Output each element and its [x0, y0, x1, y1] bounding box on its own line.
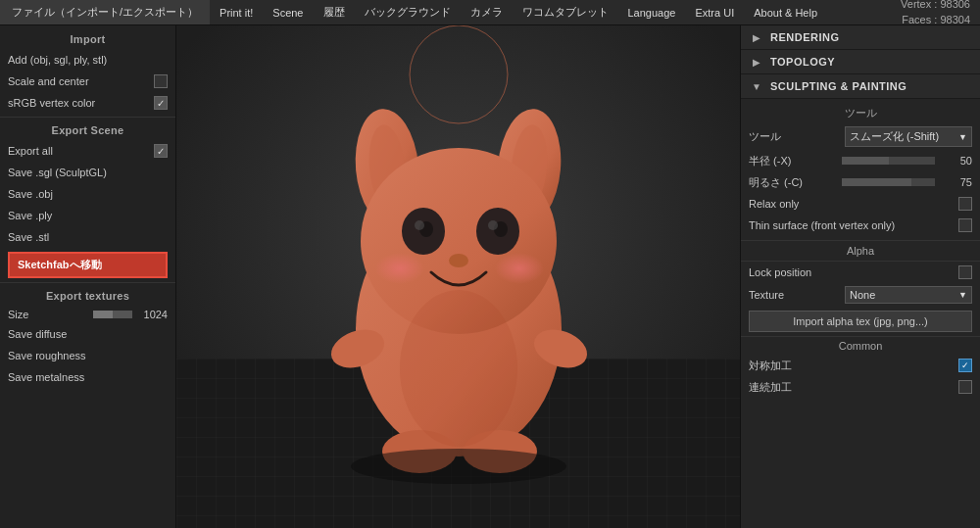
svg-point-24	[351, 449, 566, 484]
topology-arrow: ▶	[751, 56, 762, 68]
menu-language[interactable]: Language	[618, 0, 686, 24]
rendering-header[interactable]: ▶ RENDERING	[741, 25, 980, 50]
menu-printit[interactable]: Print it!	[210, 0, 263, 24]
import-title: Import	[0, 29, 175, 49]
size-slider[interactable]	[93, 311, 132, 318]
left-sidebar: Import Add (obj, sgl, ply, stl) Scale an…	[0, 25, 176, 528]
save-roughness-item[interactable]: Save roughness	[0, 345, 175, 366]
save-obj-item[interactable]: Save .obj	[0, 183, 175, 205]
relax-checkbox[interactable]	[958, 197, 972, 211]
export-all-row[interactable]: Export all	[0, 140, 175, 162]
menu-wacom[interactable]: ワコムタブレット	[513, 0, 618, 24]
relax-label: Relax only	[749, 198, 958, 210]
save-sgl-item[interactable]: Save .sgl (SculptGL)	[0, 162, 175, 183]
menu-background[interactable]: バックグラウンド	[355, 0, 461, 24]
divider-2	[0, 282, 175, 283]
svg-point-16	[449, 254, 468, 267]
export-all-checkbox[interactable]	[154, 144, 168, 158]
save-stl-item[interactable]: Save .stl	[0, 226, 175, 248]
menu-scene[interactable]: Scene	[263, 0, 313, 24]
tool-dropdown[interactable]: スムーズ化 (-Shift) ▼	[845, 126, 972, 147]
radius-label: 半径 (-X)	[749, 154, 842, 168]
relax-row: Relax only	[741, 193, 980, 215]
save-metalness-item[interactable]: Save metalness	[0, 366, 175, 388]
dropdown-arrow-icon: ▼	[958, 132, 967, 142]
menu-file[interactable]: ファイル（インポート/エクスポート）	[0, 0, 210, 24]
svg-point-23	[400, 290, 517, 447]
lock-position-checkbox[interactable]	[958, 265, 972, 279]
radius-slider[interactable]	[842, 157, 935, 165]
common-label: Common	[741, 336, 980, 355]
tool-property-label: ツール	[749, 129, 845, 144]
thin-surface-checkbox[interactable]	[958, 218, 972, 232]
import-alpha-button[interactable]: Import alpha tex (jpg, png...)	[749, 311, 972, 332]
lock-position-row: Lock position	[741, 262, 980, 283]
scale-center-checkbox[interactable]	[154, 74, 168, 88]
right-panel: ▶ RENDERING ▶ TOPOLOGY ▼ SCULPTING & PAI…	[740, 25, 980, 528]
continuous-row: 連続加工	[741, 376, 980, 398]
lock-position-label: Lock position	[749, 266, 958, 278]
alpha-label: Alpha	[741, 240, 980, 262]
topology-title: TOPOLOGY	[770, 56, 835, 68]
main-layout: Import Add (obj, sgl, ply, stl) Scale an…	[0, 25, 980, 528]
export-textures-title: Export textures	[0, 286, 175, 306]
add-item[interactable]: Add (obj, sgl, ply, stl)	[0, 49, 175, 71]
svg-point-18	[495, 253, 544, 284]
intensity-slider[interactable]	[842, 178, 935, 186]
continuous-label: 連続加工	[749, 380, 958, 395]
svg-point-17	[375, 253, 424, 284]
menu-camera[interactable]: カメラ	[461, 0, 513, 24]
scale-and-center-row[interactable]: Scale and center	[0, 71, 175, 92]
sketchfab-button[interactable]: Sketchfabへ移動	[8, 252, 168, 278]
tool-label: ツール	[741, 103, 980, 123]
export-title: Export Scene	[0, 120, 175, 140]
rendering-arrow: ▶	[751, 31, 762, 43]
menu-bar: ファイル（インポート/エクスポート） Print it! Scene 履歴 バッ…	[0, 0, 980, 25]
intensity-value: 75	[943, 176, 972, 188]
continuous-checkbox[interactable]	[958, 380, 972, 394]
texture-row: Texture None ▼	[741, 283, 980, 307]
texture-label: Texture	[749, 289, 845, 301]
tool-row: ツール スムーズ化 (-Shift) ▼	[741, 123, 980, 150]
radius-value: 50	[943, 155, 972, 167]
srgb-checkbox[interactable]	[154, 96, 168, 110]
sculpting-header[interactable]: ▼ SCULPTING & PAINTING	[741, 74, 980, 99]
tool-section: ツール ツール スムーズ化 (-Shift) ▼ 半径 (-X) 50 明るさ …	[741, 99, 980, 402]
thin-surface-label: Thin surface (front vertex only)	[749, 219, 958, 231]
menu-extraui[interactable]: Extra UI	[685, 0, 744, 24]
save-ply-item[interactable]: Save .ply	[0, 205, 175, 226]
symmetry-row: 対称加工	[741, 355, 980, 376]
radius-row: 半径 (-X) 50	[741, 150, 980, 171]
menu-about[interactable]: About & Help	[744, 0, 827, 24]
sculpting-title: SCULPTING & PAINTING	[770, 80, 906, 92]
texture-dropdown[interactable]: None ▼	[845, 286, 972, 304]
topology-header[interactable]: ▶ TOPOLOGY	[741, 50, 980, 74]
size-value: 1024	[138, 309, 168, 320]
thin-surface-row: Thin surface (front vertex only)	[741, 215, 980, 236]
sculpting-arrow: ▼	[751, 80, 762, 92]
symmetry-label: 対称加工	[749, 359, 958, 373]
symmetry-checkbox[interactable]	[958, 359, 972, 372]
svg-point-15	[488, 220, 498, 230]
divider-1	[0, 117, 175, 118]
svg-point-14	[415, 220, 424, 230]
size-row: Size 1024	[0, 306, 175, 323]
rendering-title: RENDERING	[770, 31, 840, 43]
texture-dropdown-arrow-icon: ▼	[958, 290, 967, 300]
intensity-label: 明るさ (-C)	[749, 175, 842, 190]
vertex-info: Vertex : 98306 Faces : 98304	[901, 0, 980, 27]
save-diffuse-item[interactable]: Save diffuse	[0, 323, 175, 345]
intensity-row: 明るさ (-C) 75	[741, 171, 980, 193]
viewport-canvas	[176, 25, 740, 528]
srgb-vertex-row[interactable]: sRGB vertex color	[0, 92, 175, 114]
menu-history[interactable]: 履歴	[314, 0, 355, 24]
viewport[interactable]	[176, 25, 740, 528]
